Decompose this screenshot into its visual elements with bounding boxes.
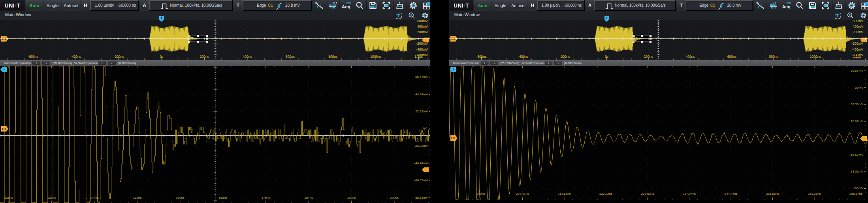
horizontal-key: H <box>528 0 537 11</box>
rising-edge-icon <box>275 2 283 10</box>
zero-volt-label: 0V <box>423 127 427 130</box>
horizontal-expansion-decrease-button[interactable]: - <box>42 61 50 65</box>
selection-handle[interactable] <box>188 41 190 43</box>
zoom-window[interactable]: C1 0V 128ns136ns144ns152ns160ns168ns176n… <box>0 66 430 203</box>
overview-time-tick-label: -600ns <box>28 55 38 59</box>
autoset-button[interactable]: Autoset <box>62 0 80 11</box>
ultra-acq-icon[interactable]: Ultra Acq <box>780 0 792 10</box>
selection-handle[interactable] <box>633 41 635 43</box>
main-window-overview[interactable]: C1 -600ns-400ns-200ns0s200ns400ns600ns80… <box>0 20 430 60</box>
window-layout-icon[interactable] <box>859 0 868 10</box>
run-state-label: Auto <box>29 3 39 8</box>
timebase-panel[interactable]: 1.00 µs/div -60.000 ns <box>90 0 139 11</box>
overview-time-tick-label: 0s <box>160 55 164 59</box>
text-annotation-icon-label: T <box>836 13 839 18</box>
trigger-panel[interactable]: Edge C1 28.8 mV <box>243 0 312 11</box>
toolbar: UNI-T Auto Single Autoset H 1.00 µs/div … <box>449 0 868 11</box>
selection-handle[interactable] <box>650 41 651 43</box>
single-button[interactable]: Single <box>492 0 509 11</box>
vertical-expansion-increase-button[interactable]: + <box>545 61 552 65</box>
selection-handle[interactable] <box>206 41 208 43</box>
search-icon[interactable] <box>353 0 365 10</box>
horizontal-key: H <box>81 0 90 11</box>
selection-handle[interactable] <box>206 35 208 37</box>
ultra-acq-icon[interactable]: Ultra Acq <box>339 0 352 10</box>
trigger-key: T <box>233 0 243 11</box>
wave-cursor-icon[interactable] <box>313 0 325 10</box>
autoset-button[interactable]: Autoset <box>510 0 527 11</box>
selection-handle[interactable] <box>188 38 190 40</box>
horizontal-expansion-increase-button[interactable]: + <box>481 61 488 65</box>
overview-voltage-tick-label: -600mV <box>416 53 428 57</box>
fft-icon[interactable]: FFT <box>767 0 779 10</box>
timebase-panel[interactable]: 1.00 µs/div -60.000 ns <box>537 0 585 11</box>
fft-icon-label: FFT <box>333 1 337 4</box>
run-state-button[interactable]: Auto <box>26 0 43 11</box>
overview-time-tick-label: -200ns <box>560 55 570 59</box>
screenshot-icon[interactable] <box>380 0 392 10</box>
selection-handle[interactable] <box>206 38 208 40</box>
selection-handle[interactable] <box>197 35 199 37</box>
plus-icon: + <box>101 62 103 65</box>
overview-voltage-tick-label: -200mV <box>851 42 863 46</box>
vertical-expansion-decrease-button[interactable]: - <box>108 61 116 65</box>
horizontal-expansion-increase-button[interactable]: + <box>32 61 40 65</box>
wave-cursor-icon[interactable] <box>754 0 766 10</box>
channel-c1-tag-label: C1 <box>451 37 456 41</box>
zoom-voltage-tick-label: 16.67mV <box>851 120 863 123</box>
zoom-time-tick-label: 176ns <box>262 196 270 199</box>
horizontal-expansion-value: (25.163xZoom) <box>53 61 72 65</box>
trigger-panel[interactable]: Edge C1 28.8 mV <box>685 0 753 11</box>
main-window-overview[interactable]: C1 -600ns-400ns-200ns0s200ns400ns600ns80… <box>449 20 868 60</box>
screenshot-icon[interactable] <box>819 0 831 10</box>
zoom-voltage-tick-label: 50mV <box>855 86 863 89</box>
overview-voltage-tick-label: 200mV <box>853 30 863 34</box>
selection-handle[interactable] <box>650 38 651 40</box>
acquire-panel[interactable]: Normal, 100kPts, 10.00GSa/s <box>594 0 676 11</box>
run-state-button[interactable]: Auto <box>474 0 491 11</box>
zoom-region-selector[interactable] <box>633 36 651 42</box>
selection-handle[interactable] <box>633 38 635 40</box>
search-icon[interactable] <box>793 0 805 10</box>
minus-icon: - <box>46 62 47 65</box>
zoom-voltage-tick-label: 22.22mV <box>415 110 428 113</box>
selection-handle[interactable] <box>197 41 199 43</box>
zoom-region-selector[interactable] <box>188 36 207 42</box>
settings-gear-icon[interactable] <box>407 0 419 10</box>
probe-compensation-icon[interactable] <box>393 0 406 10</box>
zoom-in-icon[interactable] <box>408 11 416 19</box>
probe-compensation-icon[interactable] <box>832 0 844 10</box>
display-settings-icon[interactable] <box>860 11 867 19</box>
text-annotation-icon[interactable]: T <box>395 11 403 19</box>
selection-handle[interactable] <box>641 41 643 43</box>
rising-edge-icon <box>717 2 725 10</box>
overview-voltage-tick-label: 400mV <box>417 25 428 28</box>
timebase-offset: -60.000 ns <box>563 3 582 8</box>
text-annotation-icon[interactable]: T <box>834 11 841 19</box>
window-layout-icon[interactable] <box>420 0 433 10</box>
display-settings-icon[interactable] <box>421 11 429 19</box>
desktop: UNI-T Auto Single Autoset H 1.00 µs/div … <box>0 0 868 203</box>
selection-handle[interactable] <box>633 35 635 37</box>
selection-handle[interactable] <box>188 35 190 37</box>
selection-handle[interactable] <box>641 35 643 37</box>
save-icon[interactable] <box>366 0 379 10</box>
save-icon[interactable] <box>806 0 818 10</box>
acquire-info: Normal, 100kPts, 10.00GSa/s <box>170 3 222 8</box>
single-button[interactable]: Single <box>44 0 61 11</box>
vertical-expansion-decrease-button[interactable]: - <box>554 61 562 65</box>
zoom-voltage-tick-label: -16.67mV <box>849 154 863 157</box>
trigger-level: 28.8 mV <box>727 3 741 8</box>
zoom-window[interactable]: C1 0V 200ns207.41ns214.81ns222.22ns229.6… <box>449 66 868 200</box>
vertical-expansion-increase-button[interactable]: + <box>98 61 106 65</box>
settings-gear-icon[interactable] <box>845 0 858 10</box>
zoom-voltage-tick-label: -66.67mV <box>414 179 428 182</box>
overview-time-tick-label: 200ns <box>200 55 209 59</box>
horizontal-expansion-decrease-button[interactable]: - <box>490 61 498 65</box>
zoom-in-icon[interactable] <box>846 11 854 19</box>
acquire-panel[interactable]: Normal, 100kPts, 10.00GSa/s <box>149 0 233 11</box>
channel-c1-tag-label: C1 <box>2 127 7 131</box>
fft-icon[interactable]: FFT <box>326 0 339 10</box>
selection-handle[interactable] <box>650 35 651 37</box>
ultra-acq-icon-ultra-label: Ultra <box>346 2 351 4</box>
